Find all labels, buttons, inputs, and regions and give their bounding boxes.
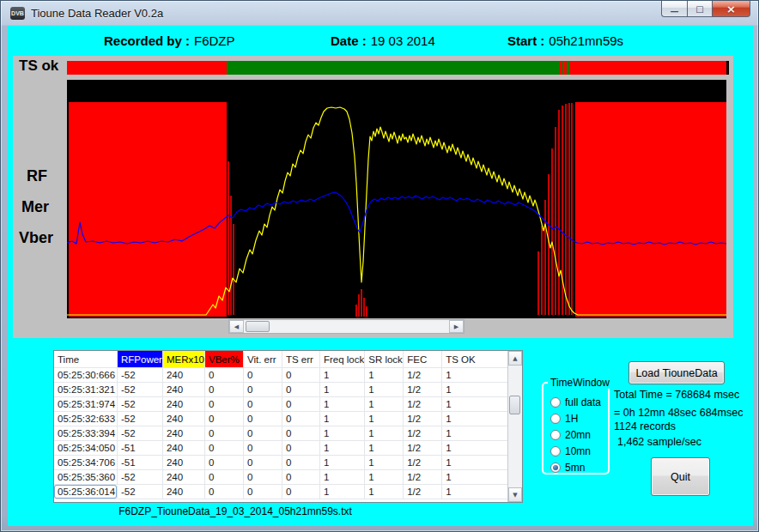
column-header[interactable]: MERx10 [163, 351, 205, 368]
table-cell[interactable]: 1 [365, 368, 404, 383]
table-cell[interactable]: 0 [244, 383, 282, 397]
table-cell[interactable]: 240 [163, 383, 205, 397]
table-cell[interactable]: 0 [282, 456, 320, 470]
table-cell[interactable]: 1 [320, 456, 365, 470]
radio-button-icon[interactable] [550, 397, 561, 408]
scroll-down-icon[interactable]: ▼ [508, 487, 522, 502]
table-cell[interactable]: 1 [365, 397, 404, 412]
table-cell[interactable]: 0 [282, 368, 320, 383]
table-cell[interactable]: 05:25:36:014 [54, 485, 118, 499]
table-vertical-scrollbar[interactable]: ▲ ▼ [507, 351, 522, 502]
chart-horizontal-scrollbar[interactable]: ◀ ▶ [228, 319, 465, 334]
table-cell[interactable]: 0 [205, 441, 244, 456]
table-cell[interactable]: 1 [320, 470, 365, 485]
table-cell[interactable]: 1 [365, 456, 404, 470]
table-cell[interactable]: 0 [282, 383, 320, 397]
table-cell[interactable]: 240 [163, 426, 205, 441]
table-cell[interactable]: 1 [365, 441, 404, 456]
radio-button-icon[interactable] [550, 414, 561, 424]
table-cell[interactable]: 0 [244, 485, 282, 499]
table-cell[interactable]: 0 [244, 368, 282, 383]
table-cell[interactable]: -51 [118, 456, 163, 470]
table-cell[interactable]: 1 [320, 412, 365, 426]
table-cell[interactable]: 0 [205, 456, 244, 470]
table-cell[interactable]: 1 [365, 383, 404, 397]
table-cell[interactable]: 1 [365, 426, 404, 441]
table-cell[interactable]: 1 [365, 470, 404, 485]
table-cell[interactable]: 1 [320, 397, 365, 412]
time-window-option-5mn[interactable]: 5mn [543, 459, 608, 475]
table-cell[interactable]: 0 [205, 397, 244, 412]
table-cell[interactable]: 0 [282, 412, 320, 426]
scroll-right-icon[interactable]: ▶ [449, 320, 464, 333]
table-cell[interactable]: 1/2 [404, 456, 442, 470]
table-cell[interactable]: 0 [244, 426, 282, 441]
column-header[interactable]: RFPower [118, 351, 163, 368]
table-cell[interactable]: 05:25:31:974 [54, 397, 118, 412]
table-cell[interactable]: -52 [118, 383, 163, 397]
table-cell[interactable]: -52 [118, 470, 163, 485]
table-cell[interactable]: 1/2 [404, 368, 442, 383]
table-cell[interactable]: 05:25:30:666 [54, 368, 118, 383]
table-cell[interactable]: 0 [282, 441, 320, 456]
table-cell[interactable]: 0 [244, 441, 282, 456]
table-cell[interactable]: -52 [118, 368, 163, 383]
title-bar[interactable]: DVB Tioune Data Reader V0.2a — □ × [1, 1, 758, 26]
column-header[interactable]: FEC [404, 351, 442, 368]
maximize-button[interactable]: □ [687, 1, 712, 17]
table-cell[interactable]: 0 [205, 485, 244, 499]
table-cell[interactable]: 1 [320, 485, 365, 499]
column-header[interactable]: Time [54, 351, 118, 368]
table-cell[interactable]: 1/2 [404, 397, 442, 412]
table-cell[interactable]: 1 [320, 368, 365, 383]
radio-button-icon[interactable] [550, 446, 561, 456]
table-cell[interactable]: 240 [163, 470, 205, 485]
table-cell[interactable]: 0 [282, 470, 320, 485]
close-button[interactable]: × [712, 1, 750, 17]
table-cell[interactable]: 05:25:35:360 [54, 470, 118, 485]
table-cell[interactable]: 1/2 [404, 441, 442, 456]
table-cell[interactable]: 0 [205, 368, 244, 383]
table-cell[interactable]: 240 [163, 456, 205, 470]
table-cell[interactable]: 0 [205, 470, 244, 485]
table-cell[interactable]: 1 [320, 441, 365, 456]
table-cell[interactable]: 1 [365, 412, 404, 426]
table-cell[interactable]: 0 [244, 470, 282, 485]
scroll-up-icon[interactable]: ▲ [508, 351, 522, 366]
table-cell[interactable]: 1/2 [404, 470, 442, 485]
table-cell[interactable]: 0 [244, 456, 282, 470]
table-scrollbar-thumb[interactable] [509, 396, 520, 414]
table-cell[interactable]: 240 [163, 441, 205, 456]
table-cell[interactable]: 0 [282, 397, 320, 412]
radio-button-icon[interactable] [550, 430, 561, 440]
radio-button-icon[interactable] [550, 462, 561, 473]
load-tiounedata-button[interactable]: Load TiouneData [628, 361, 725, 384]
table-cell[interactable]: 0 [244, 397, 282, 412]
time-window-option-full-data[interactable]: full data [543, 394, 608, 410]
table-cell[interactable]: 0 [244, 412, 282, 426]
table-row[interactable]: 05:25:33:394-52240000111/21 [54, 426, 522, 441]
table-cell[interactable]: 0 [205, 412, 244, 426]
table-cell[interactable]: 0 [282, 485, 320, 499]
table-row[interactable]: 05:25:31:321-52240000111/21 [54, 383, 522, 397]
table-cell[interactable]: -52 [118, 397, 163, 412]
table-cell[interactable]: -52 [118, 426, 163, 441]
table-cell[interactable]: 1 [320, 383, 365, 397]
column-header[interactable]: Vit. err [244, 351, 282, 368]
table-cell[interactable]: 1/2 [404, 383, 442, 397]
table-cell[interactable]: 05:25:34:050 [54, 441, 118, 456]
table-row[interactable]: 05:25:34:706-51240000111/21 [54, 456, 522, 470]
column-header[interactable]: SR lock [365, 351, 404, 368]
table-cell[interactable]: -52 [118, 485, 163, 499]
table-cell[interactable]: 05:25:33:394 [54, 426, 118, 441]
time-window-option-20mn[interactable]: 20mn [543, 426, 608, 443]
table-row[interactable]: 05:25:31:974-52240000111/21 [54, 397, 522, 412]
chart-scrollbar-thumb[interactable] [246, 321, 270, 332]
table-cell[interactable]: 1/2 [404, 426, 442, 441]
table-cell[interactable]: 240 [163, 397, 205, 412]
quit-button[interactable]: Quit [651, 457, 710, 496]
table-cell[interactable]: 0 [205, 383, 244, 397]
time-window-option-10mn[interactable]: 10mn [543, 443, 608, 459]
data-table[interactable]: TimeRFPowerMERx10VBer%Vit. errTS errFreq… [54, 351, 522, 499]
table-cell[interactable]: 1/2 [404, 412, 442, 426]
